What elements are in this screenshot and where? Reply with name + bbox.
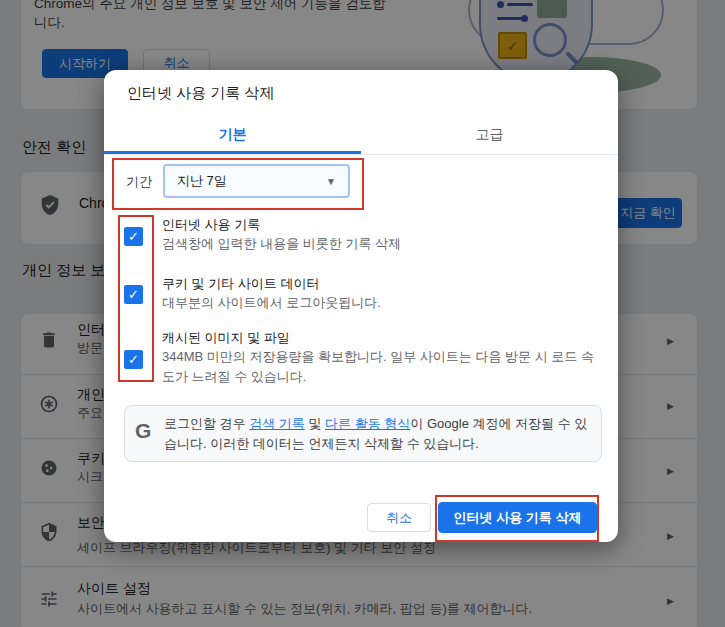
notice-text: 로그인할 경우 검색 기록 및 다른 활동 형식이 Google 계정에 저장될… <box>164 414 592 454</box>
dialog-title: 인터넷 사용 기록 삭제 <box>127 84 275 103</box>
clear-data-button[interactable]: 인터넷 사용 기록 삭제 <box>438 502 597 533</box>
chrome-settings-page: Chrome의 주요 개인 정보 보호 및 보안 제어 기능을 검토합 니다. … <box>0 0 725 627</box>
checkbox-subtitle: 검색창에 입력한 내용을 비롯한 기록 삭제 <box>162 234 401 254</box>
tab-basic[interactable]: 기본 <box>104 118 361 154</box>
checkbox-cookies[interactable]: ✓ <box>124 285 143 304</box>
dropdown-caret-icon: ▼ <box>326 176 336 187</box>
checkbox-title: 캐시된 이미지 및 파일 <box>162 329 290 347</box>
dialog-cancel-button[interactable]: 취소 <box>367 503 431 532</box>
checkbox-subtitle: 344MB 미만의 저장용량을 확보합니다. 일부 사이트는 다음 방문 시 로… <box>162 347 600 387</box>
checkbox-title: 인터넷 사용 기록 <box>162 216 260 234</box>
check-icon: ✓ <box>128 352 139 367</box>
dialog-tabs: 기본 고급 <box>104 118 618 155</box>
clear-browsing-data-dialog: 인터넷 사용 기록 삭제 기본 고급 기간 지난 7일 ▼ ✓ 인터넷 사용 기… <box>104 70 618 542</box>
tab-advanced[interactable]: 고급 <box>361 118 618 154</box>
time-range-select[interactable]: 지난 7일 ▼ <box>163 164 350 198</box>
checkbox-title: 쿠키 및 기타 사이트 데이터 <box>162 275 319 293</box>
checkbox-cached-files[interactable]: ✓ <box>124 350 143 369</box>
search-history-link[interactable]: 검색 기록 <box>249 416 305 431</box>
check-icon: ✓ <box>128 229 139 244</box>
other-activity-link[interactable]: 다른 활동 형식 <box>325 416 410 431</box>
check-icon: ✓ <box>128 287 139 302</box>
time-range-value: 지난 7일 <box>177 172 326 190</box>
google-signin-notice: G 로그인할 경우 검색 기록 및 다른 활동 형식이 Google 계정에 저… <box>124 405 602 462</box>
checkbox-subtitle: 대부분의 사이트에서 로그아웃됩니다. <box>162 293 381 313</box>
google-g-icon: G <box>135 419 151 443</box>
notice-text-pre: 로그인할 경우 <box>164 416 249 431</box>
notice-text-mid: 및 <box>305 416 325 431</box>
time-range-label: 기간 <box>126 173 152 191</box>
checkbox-browsing-history[interactable]: ✓ <box>124 227 143 246</box>
